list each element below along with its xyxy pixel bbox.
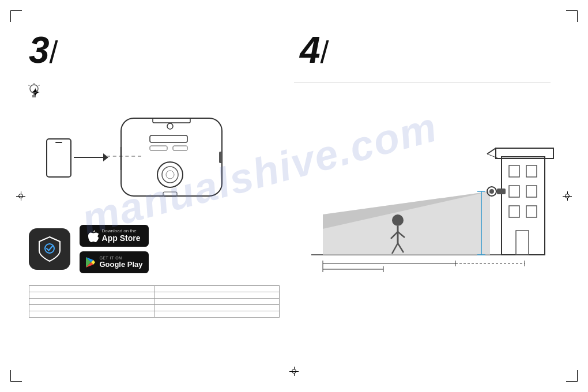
svg-rect-12 [150, 135, 187, 142]
table-row [29, 305, 280, 311]
step4-slash: / [321, 35, 329, 69]
svg-point-17 [167, 123, 173, 129]
step3-slash: / [50, 35, 58, 69]
step3-header: 3/ [29, 29, 58, 71]
arrow-line [74, 157, 105, 158]
corner-mark-bl [10, 370, 22, 382]
svg-point-44 [392, 214, 404, 226]
table-row [29, 286, 280, 292]
svg-point-39 [489, 189, 494, 194]
svg-rect-18 [219, 152, 222, 163]
svg-line-36 [487, 148, 496, 154]
google-play-badge[interactable]: GET IT ON Google Play [80, 251, 149, 273]
svg-rect-7 [121, 118, 222, 196]
svg-rect-33 [526, 206, 537, 217]
table-row [29, 311, 280, 318]
store-badges-container: Download on the App Store GET IT ON Goog… [80, 225, 149, 273]
detection-scene-svg [294, 88, 559, 284]
svg-point-0 [30, 85, 38, 93]
apple-badge-text: Download on the App Store [102, 229, 141, 243]
svg-point-11 [166, 171, 174, 179]
step4-section: 4/ [294, 17, 576, 375]
svg-rect-31 [526, 186, 537, 197]
svg-rect-28 [509, 165, 519, 177]
detection-diagram [294, 88, 559, 289]
phone-icon [46, 138, 71, 178]
svg-rect-32 [509, 206, 519, 217]
google-badge-text: GET IT ON Google Play [99, 256, 142, 269]
svg-rect-30 [509, 186, 519, 197]
table-row [29, 292, 280, 299]
camera-device-svg [104, 101, 236, 216]
svg-rect-27 [502, 157, 545, 255]
svg-line-5 [29, 85, 30, 86]
step4-header: 4/ [300, 29, 329, 71]
svg-rect-34 [516, 231, 529, 255]
svg-line-37 [487, 154, 499, 159]
svg-rect-14 [173, 146, 187, 150]
tip-icon-dot [28, 83, 40, 102]
svg-point-10 [162, 167, 178, 183]
corner-mark-tl [10, 10, 22, 22]
security-app-icon [29, 228, 70, 270]
step4-number: 4 [300, 29, 321, 71]
spec-table [29, 285, 280, 318]
device-pairing-diagram [46, 101, 254, 222]
svg-rect-13 [150, 146, 167, 150]
step4-divider [294, 82, 551, 82]
svg-rect-8 [153, 118, 190, 123]
app-badges-area: Download on the App Store GET IT ON Goog… [29, 225, 149, 273]
svg-point-9 [157, 162, 183, 187]
svg-line-6 [39, 85, 40, 86]
apple-store-badge[interactable]: Download on the App Store [80, 225, 149, 247]
step3-section: 3/ ✦ [23, 17, 288, 375]
table-row [29, 299, 280, 305]
svg-rect-29 [526, 165, 537, 177]
step3-number: 3 [29, 29, 50, 71]
svg-rect-40 [497, 189, 506, 194]
